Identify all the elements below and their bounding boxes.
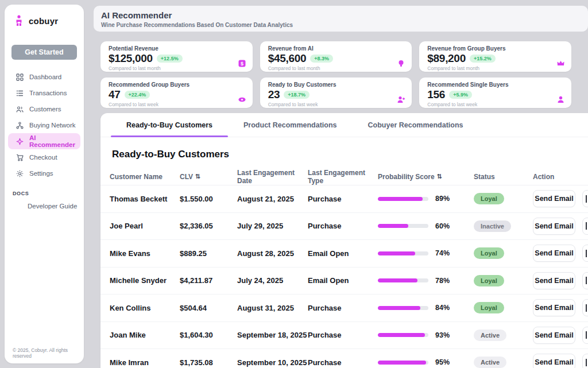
cutoff-glyph bbox=[586, 250, 588, 257]
stat-value: 156 bbox=[427, 88, 445, 101]
progress-fill bbox=[378, 278, 417, 282]
status-cell: Active bbox=[474, 330, 533, 341]
bulb-icon bbox=[397, 59, 405, 68]
engagement-type: Purchase bbox=[308, 331, 378, 339]
tab-ready-to-buy-customers[interactable]: Ready-to-Buy Customers bbox=[111, 113, 228, 137]
send-email-button[interactable]: Send Email bbox=[533, 327, 575, 344]
sidebar-item-developer-guide[interactable]: Developer Guide bbox=[5, 199, 84, 214]
action-cell: Send Email bbox=[533, 299, 588, 316]
probability-cell: 93% bbox=[378, 331, 474, 339]
sidebar-item-customers[interactable]: Customers bbox=[8, 101, 80, 117]
clv-value: $504.64 bbox=[180, 304, 237, 312]
progress-fill bbox=[378, 224, 408, 228]
stat-change-badge: +12.5% bbox=[157, 55, 183, 63]
logo-text: cobuyr bbox=[29, 16, 58, 26]
col-label: CLV bbox=[180, 173, 193, 181]
sort-icon: ⇅ bbox=[437, 173, 442, 180]
sort-icon: ⇅ bbox=[195, 173, 200, 180]
engagement-date: September 10, 2025 bbox=[237, 358, 308, 367]
stat-card-recommended-single-buyers: Recommended Single Buyers 156 +5.9% Comp… bbox=[419, 78, 571, 108]
customer-name: Ken Collins bbox=[110, 304, 180, 312]
clv-value: $1.550.00 bbox=[180, 195, 237, 203]
sidebar-item-dashboard[interactable]: Dashboard bbox=[8, 69, 80, 85]
cutoff-action-button[interactable] bbox=[582, 272, 588, 289]
status-cell: Loyal bbox=[474, 247, 533, 259]
sidebar-item-checkout[interactable]: Checkout bbox=[8, 149, 80, 165]
stats-grid: Potential Revenue $125,000 +12.5% Compar… bbox=[100, 41, 571, 108]
sidebar-item-label: Customers bbox=[29, 106, 61, 113]
clv-value: $2,336.05 bbox=[180, 222, 237, 230]
send-email-button[interactable]: Send Email bbox=[533, 354, 575, 368]
customers-icon bbox=[16, 106, 24, 113]
stat-compare: Compared to last week bbox=[109, 102, 246, 107]
stat-value: $45,600 bbox=[268, 52, 307, 65]
col-status: Status bbox=[474, 173, 533, 181]
get-started-button[interactable]: Get Started bbox=[11, 45, 77, 60]
cutoff-action-button[interactable] bbox=[582, 299, 588, 316]
action-cell: Send Email bbox=[533, 272, 588, 289]
stat-compare: Compared to last month bbox=[268, 65, 405, 71]
stat-label: Recommended Single Buyers bbox=[427, 82, 564, 88]
tab-product-recommendations[interactable]: Product Recommendations bbox=[228, 113, 353, 137]
cutoff-action-button[interactable] bbox=[582, 354, 588, 368]
send-email-button[interactable]: Send Email bbox=[533, 299, 575, 316]
sidebar-item-ai-recommender[interactable]: AI Recommender bbox=[8, 133, 80, 149]
send-email-button[interactable]: Send Email bbox=[533, 190, 575, 207]
stat-value: $89,200 bbox=[427, 52, 466, 65]
progress-track bbox=[378, 251, 428, 255]
progress-fill bbox=[378, 361, 426, 365]
probability-cell: 60% bbox=[378, 222, 474, 230]
status-cell: Loyal bbox=[474, 302, 533, 313]
clv-value: $1,604.30 bbox=[180, 331, 237, 339]
stat-change-badge: +15.2% bbox=[470, 55, 496, 63]
engagement-date: July 24, 2025 bbox=[237, 276, 308, 285]
cutoff-action-button[interactable] bbox=[582, 327, 588, 344]
status-badge: Active bbox=[474, 330, 506, 341]
probability-cell: 84% bbox=[378, 304, 474, 312]
page-header: AI Recommender Wine Purchase Recommendat… bbox=[94, 6, 588, 32]
gear-icon bbox=[16, 170, 24, 177]
progress-fill bbox=[378, 333, 425, 337]
cutoff-action-button[interactable] bbox=[582, 218, 588, 235]
status-badge: Active bbox=[474, 357, 506, 368]
clv-value: $889.25 bbox=[180, 249, 237, 258]
customer-name: Mike Evans bbox=[110, 249, 180, 258]
score-label: 93% bbox=[435, 331, 450, 339]
engagement-date: August 31, 2025 bbox=[237, 304, 308, 312]
action-cell: Send Email bbox=[533, 245, 588, 262]
sidebar-item-settings[interactable]: Settings bbox=[8, 165, 80, 181]
table-row: Joe Pearl $2,336.05 July 29, 2025 Purcha… bbox=[100, 213, 588, 241]
stat-compare: Compared to last month bbox=[427, 65, 564, 71]
send-email-button[interactable]: Send Email bbox=[533, 245, 575, 262]
cutoff-action-button[interactable] bbox=[582, 190, 588, 207]
col-probability-score[interactable]: Probability Score ⇅ bbox=[378, 173, 474, 181]
sidebar-item-label: Settings bbox=[29, 170, 53, 177]
table-header-row: Customer Name CLV ⇅ Last Engagement Date… bbox=[100, 168, 588, 185]
sidebar-item-transactions[interactable]: Transactions bbox=[8, 85, 80, 101]
score-label: 95% bbox=[435, 358, 450, 366]
customer-name: Thomas Beckett bbox=[110, 195, 180, 203]
engagement-date: September 18, 2025 bbox=[237, 331, 308, 339]
col-clv[interactable]: CLV ⇅ bbox=[180, 173, 237, 181]
action-cell: Send Email bbox=[533, 190, 588, 207]
copyright-text: © 2025, Cobuyr. All rights reserved bbox=[5, 347, 84, 363]
table-row: Thomas Beckett $1.550.00 August 21, 2025… bbox=[100, 185, 588, 213]
stat-label: Ready to Buy Customers bbox=[268, 82, 405, 88]
engagement-type: Email Open bbox=[308, 249, 378, 258]
clv-value: $4,211.87 bbox=[180, 276, 237, 285]
progress-track bbox=[378, 224, 428, 228]
score-label: 60% bbox=[435, 222, 450, 230]
sidebar-item-buying-network[interactable]: Buying Network bbox=[8, 117, 80, 133]
send-email-button[interactable]: Send Email bbox=[533, 218, 575, 235]
cutoff-action-button[interactable] bbox=[582, 245, 588, 262]
send-email-button[interactable]: Send Email bbox=[533, 272, 575, 289]
status-cell: Loyal bbox=[474, 275, 533, 286]
progress-fill bbox=[378, 197, 423, 201]
stat-label: Revenue from Group Buyers bbox=[427, 45, 564, 52]
clv-value: $1,735.08 bbox=[180, 358, 237, 367]
progress-track bbox=[378, 361, 428, 365]
customer-name: Joan Mike bbox=[110, 331, 180, 339]
status-cell: Active bbox=[474, 357, 533, 368]
stat-change-badge: +18.7% bbox=[284, 91, 310, 99]
tab-cobuyer-recommendations[interactable]: Cobuyer Recommendations bbox=[353, 113, 479, 137]
